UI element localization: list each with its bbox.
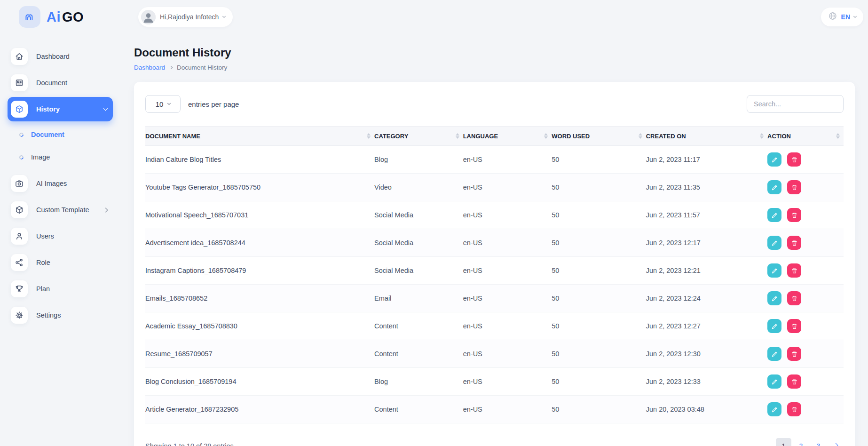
cell-category: Social Media [374,201,463,229]
cell-action [767,340,844,368]
user-menu[interactable]: Hi,Rajodiya Infotech [138,7,233,27]
breadcrumb-current: Document History [177,64,227,71]
cell-created-on: Jun 2, 2023 12:21 [646,257,767,285]
edit-button[interactable] [767,291,781,305]
column-header-category[interactable]: CATEGORY [374,127,463,146]
sort-carets-icon[interactable] [639,133,642,139]
sidebar-item-users[interactable]: Users [8,224,113,248]
sidebar-item-role[interactable]: Role [8,250,113,275]
cell-language: en-US [463,285,552,312]
sort-carets-icon[interactable] [456,133,459,139]
delete-button[interactable] [787,236,801,250]
delete-button[interactable] [787,347,801,361]
cell-action [767,146,844,174]
delete-button[interactable] [787,152,801,167]
cell-word-used: 50 [552,201,646,229]
page-button-1[interactable]: 1 [776,438,791,446]
breadcrumb-dashboard-link[interactable]: Dashboard [134,64,165,71]
search-input[interactable] [747,95,844,113]
cell-created-on: Jun 2, 2023 11:57 [646,201,767,229]
gear-icon [11,307,28,324]
cell-language: en-US [463,146,552,174]
delete-button[interactable] [787,319,801,333]
cell-document-name: Academic Essay_1685708830 [145,312,374,340]
edit-button[interactable] [767,263,781,278]
user-greeting: Hi,Rajodiya Infotech [160,13,219,21]
column-label: WORD USED [552,133,590,140]
sort-carets-icon[interactable] [836,133,840,139]
column-header-created-on[interactable]: CREATED ON [646,127,767,146]
sidebar-item-label: History [36,105,60,113]
column-header-word-used[interactable]: WORD USED [552,127,646,146]
entries-per-page-select[interactable]: 10 [145,95,181,113]
cell-document-name: Emails_1685708652 [145,285,374,312]
bullet-icon [18,132,24,138]
sidebar-item-custom-template[interactable]: Custom Template [8,198,113,222]
delete-button[interactable] [787,402,801,416]
table-footer: Showing 1 to 10 of 29 entries 123 [145,438,844,446]
sidebar-item-label: AI Images [36,180,67,187]
cell-document-name: Instagram Captions_1685708479 [145,257,374,285]
column-header-language[interactable]: LANGUAGE [463,127,552,146]
cell-word-used: 50 [552,312,646,340]
page-title: Document History [134,46,855,59]
sort-carets-icon[interactable] [544,133,548,139]
sidebar-item-settings[interactable]: Settings [8,303,113,327]
edit-button[interactable] [767,152,781,167]
document-history-card: 10 entries per page DOCUMENT NAMECATEGOR… [134,82,855,446]
cell-category: Social Media [374,257,463,285]
language-selector[interactable]: EN [821,8,863,26]
table-row: Article Generator_1687232905Contenten-US… [145,396,844,423]
table-row: Resume_1685709057Contenten-US50Jun 2, 20… [145,340,844,368]
submenu-item-document[interactable]: Document [0,123,122,146]
sidebar-item-dashboard[interactable]: Dashboard [8,44,113,69]
cell-created-on: Jun 2, 2023 12:27 [646,312,767,340]
cell-created-on: Jun 2, 2023 11:35 [646,174,767,201]
next-page-button[interactable] [828,438,844,446]
cell-category: Email [374,285,463,312]
sidebar-item-ai-images[interactable]: AI Images [8,171,113,196]
submenu-item-image[interactable]: Image [0,146,122,168]
language-value: EN [841,13,850,21]
delete-button[interactable] [787,263,801,278]
table-body: Indian Calture Blog TitlesBlogen-US50Jun… [145,146,844,423]
cell-language: en-US [463,229,552,257]
delete-button[interactable] [787,180,801,194]
column-label: CREATED ON [646,133,686,140]
cell-language: en-US [463,396,552,423]
column-header-action[interactable]: ACTION [767,127,844,146]
cell-action [767,368,844,396]
edit-button[interactable] [767,208,781,222]
edit-button[interactable] [767,347,781,361]
sort-carets-icon[interactable] [367,133,371,139]
sidebar-item-label: Custom Template [36,206,89,214]
sidebar-item-document[interactable]: Document [8,71,113,95]
sidebar-item-plan[interactable]: Plan [8,277,113,301]
delete-button[interactable] [787,208,801,222]
logo-brain-icon [19,6,40,28]
sort-carets-icon[interactable] [760,133,764,139]
delete-button[interactable] [787,374,801,389]
column-header-document-name[interactable]: DOCUMENT NAME [145,127,374,146]
document-icon [11,74,28,91]
edit-button[interactable] [767,236,781,250]
sidebar-item-history[interactable]: History [8,97,113,121]
camera-icon [11,175,28,192]
cube-icon [11,101,28,118]
cell-action [767,312,844,340]
edit-button[interactable] [767,402,781,416]
cell-document-name: Blog Conclusion_1685709194 [145,368,374,396]
delete-button[interactable] [787,291,801,305]
edit-button[interactable] [767,319,781,333]
edit-button[interactable] [767,180,781,194]
cell-action [767,396,844,423]
app-logo[interactable]: AiGO [0,6,122,28]
cell-action [767,201,844,229]
cell-word-used: 50 [552,396,646,423]
page-button-3[interactable]: 3 [811,438,826,446]
edit-button[interactable] [767,374,781,389]
column-label: ACTION [767,133,791,140]
page-button-2[interactable]: 2 [793,438,809,446]
cell-action [767,174,844,201]
sidebar-item-label: Role [36,259,50,266]
